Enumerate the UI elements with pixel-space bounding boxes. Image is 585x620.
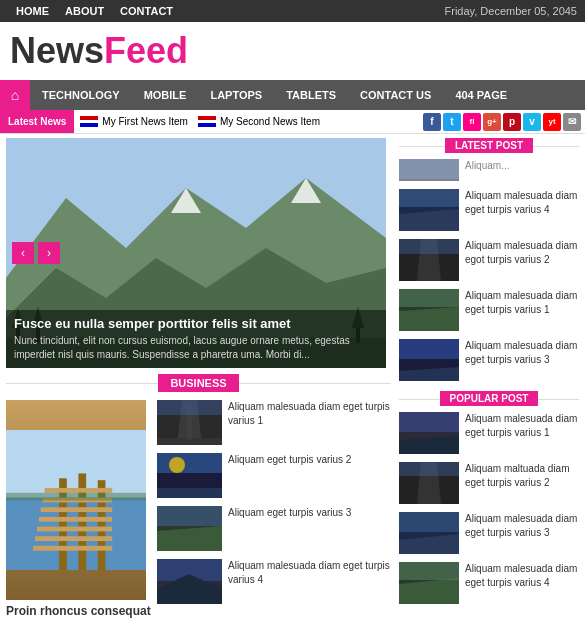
list-item: Aliquam malesuada diam eget turpis variu… [399,339,579,381]
business-item-text-3[interactable]: Aliquam eget turpis varius 3 [228,506,351,520]
latest-item-text-2[interactable]: Aliquam malesuada diam egot turpis variu… [465,239,579,267]
list-item: Aliquam malesuada diam eget turpis variu… [157,400,391,445]
email-icon[interactable]: ✉ [563,113,581,131]
logo-area: NewsFeed [0,22,585,80]
popular-post-header: POPULAR POST [399,391,579,406]
main-content: ‹ › Fusce eu nulla semper porttitor feli… [0,134,585,620]
left-column: ‹ › Fusce eu nulla semper porttitor feli… [6,138,391,620]
svg-rect-30 [157,400,222,415]
list-item: Aliquam eget turpis varius 3 [157,506,391,551]
nav-mobile[interactable]: MOBILE [132,80,199,110]
facebook-icon[interactable]: f [423,113,441,131]
business-main-text: Proin rhoncus consequat nisl eu ornare m… [6,604,151,620]
latest-item-text-4[interactable]: Aliquam malesuada diam eget turpis variu… [465,339,579,367]
news-slider: ‹ › Fusce eu nulla semper porttitor feli… [6,138,386,368]
nav-tablets[interactable]: TABLETS [274,80,348,110]
svg-rect-56 [399,412,459,432]
list-item: Aliquam malesuada diam egot turpis variu… [399,239,579,281]
googleplus-icon[interactable]: g+ [483,113,501,131]
svg-rect-60 [399,462,459,476]
business-thumb-2 [157,453,222,498]
svg-rect-45 [399,189,459,207]
nav-laptops[interactable]: LAPTOPS [198,80,274,110]
latest-thumb-1 [399,189,459,231]
ticker-text-2: My Second News Item [220,116,320,127]
popular-item-text-1[interactable]: Aliquam malesuada diam eget turpis variu… [465,412,579,440]
svg-rect-20 [41,507,112,512]
youtube-icon[interactable]: yt [543,113,561,131]
latest-thumb-0 [399,159,459,181]
popular-post-label: POPULAR POST [440,391,539,406]
svg-rect-23 [35,536,112,541]
home-icon: ⌂ [11,87,19,103]
slider-caption-text: Nunc tincidunt, elit non cursus euismod,… [14,334,378,362]
business-item-text-1[interactable]: Aliquam malesuada diam eget turpis variu… [228,400,391,428]
ticker-item-1[interactable]: My First News Item [80,116,188,127]
nav-home[interactable]: HOME [8,0,57,22]
vimeo-icon[interactable]: v [523,113,541,131]
top-bar: HOME ABOUT CONTACT Friday, December 05, … [0,0,585,22]
business-section-header: BUSINESS [6,374,391,392]
svg-rect-32 [157,453,222,473]
nav-contact-us[interactable]: CONTACT US [348,80,443,110]
twitter-icon[interactable]: t [443,113,461,131]
business-section: BUSINESS [6,374,391,620]
flickr-icon[interactable]: fl [463,113,481,131]
business-thumb-3 [157,506,222,551]
slider-caption: Fusce eu nulla semper porttitor felis si… [6,310,386,368]
date-display: Friday, December 05, 2045 [445,5,577,17]
latest-item-text-1[interactable]: Aliquam malesuada diam eget turpis variu… [465,189,579,217]
list-item: Aliquam maltuada diam eget turpis varius… [399,462,579,504]
business-label: BUSINESS [158,374,238,392]
pinterest-icon[interactable]: p [503,113,521,131]
slider-next-button[interactable]: › [38,242,60,264]
business-item-text-2[interactable]: Aliquam eget turpis varius 2 [228,453,351,467]
svg-rect-22 [37,527,112,532]
svg-rect-21 [39,517,112,522]
nav-technology[interactable]: TECHNOLOGY [30,80,132,110]
popular-item-text-4[interactable]: Aliquam malesuada diam eget turpis variu… [465,562,579,590]
svg-rect-53 [399,339,459,359]
nav-404[interactable]: 404 PAGE [443,80,519,110]
popular-thumb-3 [399,512,459,554]
ticker-items: My First News Item My Second News Item [74,116,423,127]
ticker-label: Latest News [0,110,74,133]
svg-rect-48 [399,239,459,254]
ticker-item-2[interactable]: My Second News Item [198,116,320,127]
logo-news: News [10,30,104,72]
svg-rect-18 [45,488,113,493]
flag-icon-1 [80,116,98,127]
list-item: Aliquam... [399,159,579,181]
popular-item-text-2[interactable]: Aliquam maltuada diam eget turpis varius… [465,462,579,490]
business-thumb-4 [157,559,222,604]
list-item: Aliquam malesuada diam eget turpis variu… [399,289,579,331]
slider-prev-button[interactable]: ‹ [12,242,34,264]
business-item-text-4[interactable]: Aliquam malesuada diam eget turpis variu… [228,559,391,587]
svg-rect-51 [399,289,459,307]
flag-icon-2 [198,116,216,127]
popular-thumb-2 [399,462,459,504]
business-main-image [6,400,146,600]
popular-thumb-1 [399,412,459,454]
latest-item-text-3[interactable]: Aliquam malesuada diam eget turpis variu… [465,289,579,317]
right-column: LATEST POST Aliquam... [391,138,579,620]
svg-rect-66 [399,562,459,580]
ticker-text-1: My First News Item [102,116,188,127]
latest-item-text-0[interactable]: Aliquam... [465,159,509,173]
svg-rect-25 [6,493,146,501]
popular-item-text-3[interactable]: Aliquam malesuada diam eget turpis variu… [465,512,579,540]
latest-post-header: LATEST POST [399,138,579,153]
popular-post-section: POPULAR POST Aliquam malesuada diam eget… [399,391,579,604]
svg-rect-36 [157,506,222,526]
latest-thumb-2 [399,239,459,281]
social-icons-bar: f t fl g+ p v yt ✉ [423,113,585,131]
main-navigation: ⌂ TECHNOLOGY MOBILE LAPTOPS TABLETS CONT… [0,80,585,110]
svg-marker-50 [399,307,459,331]
svg-rect-24 [33,546,112,551]
business-main-title: Proin rhoncus consequat nisl eu ornare m… [6,604,151,620]
home-button[interactable]: ⌂ [0,80,30,110]
nav-contact[interactable]: CONTACT [112,0,181,22]
latest-post-label: LATEST POST [445,138,533,153]
business-grid: Proin rhoncus consequat nisl eu ornare m… [6,400,391,620]
nav-about[interactable]: ABOUT [57,0,112,22]
